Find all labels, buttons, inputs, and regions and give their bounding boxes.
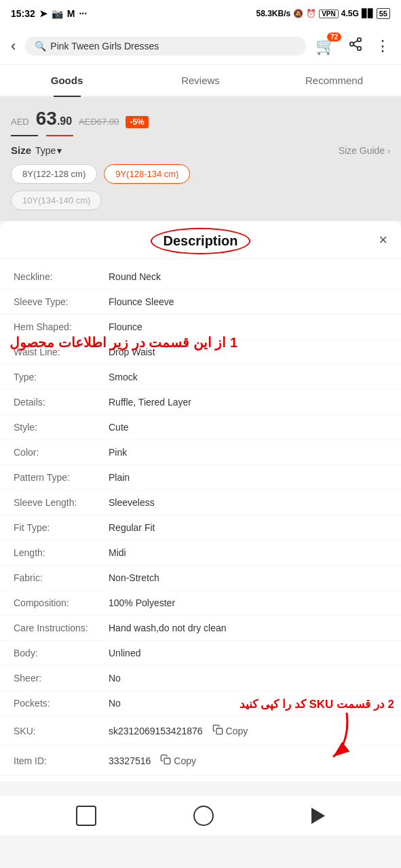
sku-row: SKU: sk2312069153421876 Copy [0, 716, 401, 746]
tab-reviews[interactable]: Reviews [134, 65, 267, 96]
home-indicator [0, 795, 401, 835]
speed: 58.3KB/s [256, 9, 290, 18]
table-row: Waist Line: Drop Waist [0, 340, 401, 365]
size-label: Size [11, 144, 31, 156]
copy-icon-2 [160, 754, 171, 767]
underline-red [46, 135, 73, 136]
table-row: Sleeve Type: Flounce Sleeve [0, 290, 401, 315]
size-chips-row2: 10Y(134-140 cm) [11, 191, 390, 210]
table-row: Neckline: Round Neck [0, 264, 401, 290]
item-id-copy-button[interactable]: Copy [156, 753, 200, 768]
table-row: Fit Type: Regular Fit [0, 515, 401, 540]
price-main: 63 [36, 108, 57, 130]
instagram-icon: 📷 [52, 8, 63, 19]
signal-bars: ▊▊ [362, 9, 374, 18]
vpn-badge: VPN [319, 9, 339, 18]
size-type-dropdown[interactable]: Type ▾ [35, 145, 62, 156]
table-row: Style: Cute [0, 415, 401, 440]
svg-rect-6 [216, 728, 223, 734]
back-button[interactable]: ‹ [8, 35, 18, 58]
signal-icon: 4.5G [341, 9, 359, 18]
table-row: Body: Unlined [0, 641, 401, 666]
navigation-icon: ➤ [39, 8, 47, 19]
size-chip-9y[interactable]: 9Y(128-134 cm) [104, 164, 190, 184]
nav-bar: ‹ 🔍 Pink Tween Girls Dresses 🛒 72 ⋮ [0, 27, 401, 65]
price-discount-badge: -5% [126, 116, 148, 128]
price-decimal: .90 [57, 115, 72, 127]
table-row: Details: Ruffle, Tiered Layer [0, 390, 401, 415]
price-row: AED 63 .90 AED67.00 -5% [11, 108, 390, 130]
tabs: Goods Reviews Recommend [0, 65, 401, 97]
sku-label: SKU: [14, 726, 109, 736]
search-text: Pink Tween Girls Dresses [50, 41, 159, 52]
table-row: Sheer: No [0, 666, 401, 691]
svg-line-3 [354, 45, 358, 47]
table-row: Care Instructions: Hand wash,do not dry … [0, 616, 401, 641]
battery-icon: 55 [377, 8, 390, 19]
alarm-icon: ⏰ [306, 9, 316, 18]
modal-title: Description [163, 233, 237, 248]
chevron-down-icon: ▾ [57, 145, 62, 156]
item-id-label: Item ID: [14, 755, 109, 766]
status-right: 58.3KB/s 🔕 ⏰ VPN 4.5G ▊▊ 55 [256, 8, 390, 19]
sku-value: sk2312069153421876 [109, 726, 203, 736]
product-section: AED 63 .90 AED67.00 -5% Size Type ▾ Size… [0, 97, 401, 221]
share-button[interactable] [345, 34, 366, 58]
desc-table: Neckline: Round Neck Sleeve Type: Flounc… [0, 259, 401, 781]
underlines [11, 135, 390, 136]
table-row: Pockets: No [0, 691, 401, 716]
price-currency-label: AED [11, 117, 29, 127]
time: 15:32 [11, 8, 35, 19]
home-square-button[interactable] [76, 806, 96, 826]
copy-icon [212, 724, 223, 737]
tab-goods[interactable]: Goods [0, 65, 134, 96]
home-circle-button[interactable] [193, 806, 214, 826]
price-original: AED67.00 [79, 117, 119, 127]
table-row: Length: Midi [0, 540, 401, 566]
spacer [0, 781, 401, 795]
mute-icon: 🔕 [293, 9, 303, 18]
search-icon: 🔍 [35, 41, 46, 52]
search-bar[interactable]: 🔍 Pink Tween Girls Dresses [25, 37, 306, 56]
sku-copy-button[interactable]: Copy [208, 723, 252, 738]
size-row: Size Type ▾ Size Guide › [11, 144, 390, 156]
table-row: Fabric: Non-Stretch [0, 566, 401, 591]
item-id-row: Item ID: 33327516 Copy [0, 746, 401, 776]
description-modal: Description × Neckline: Round Neck Sleev… [0, 221, 401, 781]
item-id-value: 33327516 [109, 755, 151, 766]
modal-header: Description × [0, 221, 401, 259]
status-bar: 15:32 ➤ 📷 M ··· 58.3KB/s 🔕 ⏰ VPN 4.5G ▊▊… [0, 0, 401, 27]
table-row: Type: Smock [0, 365, 401, 390]
modal-close-button[interactable]: × [379, 233, 387, 248]
gmail-icon: M [67, 8, 75, 19]
table-row: Hem Shaped: Flounce [0, 315, 401, 340]
underline-black [11, 135, 38, 136]
more-button[interactable]: ⋮ [373, 35, 393, 58]
size-chip-10y[interactable]: 10Y(134-140 cm) [11, 191, 102, 210]
back-triangle-button[interactable] [311, 808, 325, 824]
table-row: Sleeve Length: Sleeveless [0, 490, 401, 515]
size-left: Size Type ▾ [11, 144, 62, 156]
tab-recommend[interactable]: Recommend [267, 65, 401, 96]
annotation-area: 2 در قسمت SKU کد را کپی کنید SKU: sk2312… [0, 716, 401, 746]
svg-rect-7 [164, 758, 170, 764]
table-row: Color: Pink [0, 440, 401, 465]
table-row: Composition: 100% Polyester [0, 591, 401, 616]
table-row: Pattern Type: Plain [0, 465, 401, 490]
more-dots: ··· [79, 8, 87, 19]
status-left: 15:32 ➤ 📷 M ··· [11, 8, 87, 19]
chevron-right-icon: › [387, 146, 390, 156]
size-chip-8y[interactable]: 8Y(122-128 cm) [11, 164, 97, 184]
svg-line-4 [354, 41, 358, 43]
modal-title-wrap: Description [163, 233, 237, 249]
size-guide-link[interactable]: Size Guide › [339, 145, 390, 156]
size-chips: 8Y(122-128 cm) 9Y(128-134 cm) [11, 164, 390, 184]
cart-badge: 72 [327, 33, 341, 41]
cart-button[interactable]: 🛒 72 [313, 34, 339, 58]
